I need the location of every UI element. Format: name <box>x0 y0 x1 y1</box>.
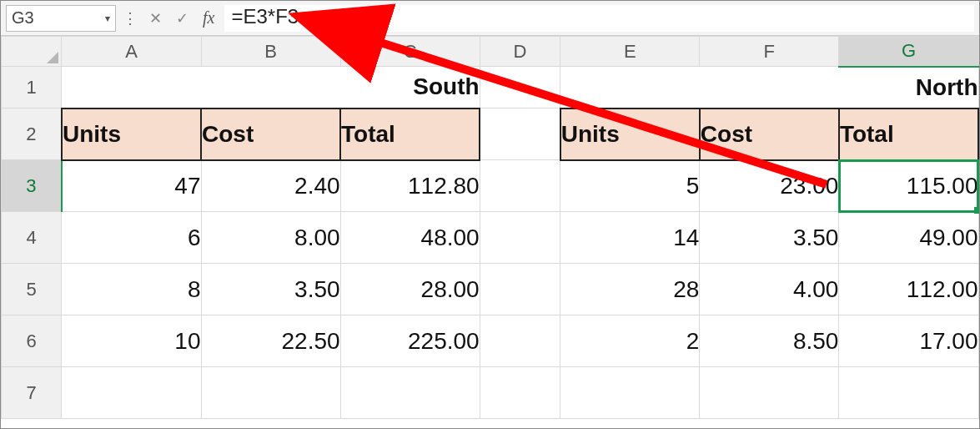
check-icon: ✓ <box>176 9 188 28</box>
col-header-C[interactable]: C <box>340 37 480 67</box>
cell-D3[interactable] <box>480 160 560 212</box>
col-header-A[interactable]: A <box>62 37 201 67</box>
cell-G6[interactable]: 17.00 <box>839 315 978 367</box>
cell-E4[interactable]: 14 <box>560 212 700 264</box>
cell-E7[interactable] <box>560 367 700 419</box>
col-header-E[interactable]: E <box>560 37 700 67</box>
cell-B7[interactable] <box>201 367 340 419</box>
cell-E6[interactable]: 2 <box>560 315 700 367</box>
cell-G4[interactable]: 49.00 <box>839 212 978 264</box>
fx-icon[interactable]: fx <box>198 8 219 28</box>
header-south-units[interactable]: Units <box>62 109 201 160</box>
header-south-cost[interactable]: Cost <box>201 109 340 160</box>
header-north-total[interactable]: Total <box>839 109 978 160</box>
cell-C7[interactable] <box>340 367 480 419</box>
cell-A5[interactable]: 8 <box>62 264 201 315</box>
x-icon: ✕ <box>149 9 162 28</box>
cell-D7[interactable] <box>480 367 560 419</box>
chevron-down-icon: ▾ <box>105 13 110 24</box>
row-header-5[interactable]: 5 <box>2 264 62 315</box>
cell-G5[interactable]: 112.00 <box>839 264 978 315</box>
cell-E3[interactable]: 5 <box>560 160 700 212</box>
row-header-7[interactable]: 7 <box>2 367 62 419</box>
col-header-D[interactable]: D <box>480 37 560 67</box>
formula-bar-row: G3 ▾ ⋮ ✕ ✓ fx =E3*F3 <box>1 1 979 36</box>
name-box[interactable]: G3 ▾ <box>6 5 116 32</box>
spreadsheet-grid[interactable]: A B C D E F G 1 South North 2 Units Cost… <box>1 36 979 419</box>
cancel-formula-button[interactable]: ✕ <box>144 8 166 29</box>
formula-bar-input[interactable]: =E3*F3 <box>224 5 974 32</box>
cell-B5[interactable]: 3.50 <box>201 264 340 315</box>
cell-B4[interactable]: 8.00 <box>201 212 340 264</box>
cell-D4[interactable] <box>480 212 560 264</box>
cell-B6[interactable]: 22.50 <box>201 315 340 367</box>
col-header-F[interactable]: F <box>700 37 839 67</box>
row-header-1[interactable]: 1 <box>2 67 62 109</box>
cell-A4[interactable]: 6 <box>62 212 201 264</box>
region-title-north[interactable]: North <box>560 67 978 109</box>
header-north-units[interactable]: Units <box>560 109 700 160</box>
region-title-south[interactable]: South <box>62 67 480 109</box>
cell-F6[interactable]: 8.50 <box>700 315 839 367</box>
row-header-2[interactable]: 2 <box>2 109 62 160</box>
row-header-4[interactable]: 4 <box>2 212 62 264</box>
select-all-corner[interactable] <box>2 37 62 67</box>
cell-F4[interactable]: 3.50 <box>700 212 839 264</box>
cell-F3[interactable]: 23.00 <box>700 160 839 212</box>
cell-D5[interactable] <box>480 264 560 315</box>
cell-C3[interactable]: 112.80 <box>340 160 480 212</box>
cell-A3[interactable]: 47 <box>62 160 201 212</box>
cell-D6[interactable] <box>480 315 560 367</box>
col-header-G[interactable]: G <box>839 37 978 67</box>
cell-G3[interactable]: 115.00 <box>839 160 978 212</box>
cell-A6[interactable]: 10 <box>62 315 201 367</box>
name-box-value: G3 <box>12 8 34 28</box>
cell-C6[interactable]: 225.00 <box>340 315 480 367</box>
col-header-B[interactable]: B <box>201 37 340 67</box>
enter-formula-button[interactable]: ✓ <box>171 8 193 29</box>
row-header-6[interactable]: 6 <box>2 315 62 367</box>
cell-D2[interactable] <box>480 109 560 160</box>
header-south-total[interactable]: Total <box>340 109 480 160</box>
cell-D1[interactable] <box>480 67 560 109</box>
header-north-cost[interactable]: Cost <box>700 109 839 160</box>
cell-B3[interactable]: 2.40 <box>201 160 340 212</box>
separator-icon: ⋮ <box>121 9 139 28</box>
cell-F7[interactable] <box>700 367 839 419</box>
cell-E5[interactable]: 28 <box>560 264 700 315</box>
cell-C5[interactable]: 28.00 <box>340 264 480 315</box>
cell-G7[interactable] <box>839 367 978 419</box>
cell-C4[interactable]: 48.00 <box>340 212 480 264</box>
cell-A7[interactable] <box>62 367 201 419</box>
cell-F5[interactable]: 4.00 <box>700 264 839 315</box>
row-header-3[interactable]: 3 <box>2 160 62 212</box>
